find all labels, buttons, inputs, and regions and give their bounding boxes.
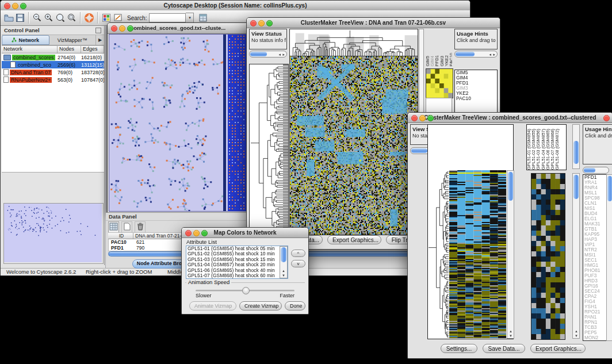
zoom-out-icon[interactable] <box>32 12 43 24</box>
export-graphics-button[interactable]: Export Graphics... <box>530 344 586 353</box>
scroll-thumb[interactable] <box>573 175 579 199</box>
slider-thumb[interactable] <box>242 287 250 294</box>
help-lifesaver-icon[interactable] <box>83 12 95 24</box>
scroll-left-arrow[interactable]: ◂ <box>278 52 281 57</box>
minimize-button[interactable] <box>12 3 18 9</box>
labels-vscrollbar[interactable] <box>572 124 580 169</box>
vizmapper-grid-icon[interactable] <box>101 12 112 24</box>
zoom-button[interactable] <box>201 230 208 236</box>
scroll-thumb[interactable] <box>456 52 475 56</box>
scroll-right-arrow[interactable]: ▸ <box>282 52 285 57</box>
open-session-icon[interactable] <box>3 12 14 24</box>
scroll-up-arrow[interactable]: ▲ <box>282 269 285 273</box>
close-button[interactable] <box>250 20 257 26</box>
create-vizmap-button[interactable]: Create Vizmap <box>239 301 282 311</box>
main-title-bar[interactable]: Cytoscape Desktop (Session Name: collins… <box>1 1 470 11</box>
scroll-up-arrow[interactable]: ▲ <box>509 329 512 333</box>
zoom-vscrollbar[interactable]: ▲ ▼ <box>572 173 580 339</box>
scroll-thumb[interactable] <box>281 247 286 262</box>
scroll-left-arrow[interactable]: ◂ <box>489 52 491 57</box>
column-label[interactable]: PAC10 <box>449 53 452 66</box>
settings-button[interactable]: Settings... <box>441 344 477 353</box>
zoom-button[interactable] <box>20 3 26 9</box>
close-button[interactable] <box>411 115 418 121</box>
scroll-down-arrow[interactable]: ▼ <box>575 334 578 338</box>
network-table-row[interactable]: RNAPuberNov2+563(0)107847(0) <box>2 76 104 83</box>
minimize-button[interactable] <box>193 230 200 236</box>
close-button[interactable] <box>4 3 10 9</box>
export-graphics-button[interactable]: Export Graphics... <box>327 235 381 244</box>
tab-network[interactable]: Network <box>2 35 49 45</box>
minimize-button[interactable] <box>419 115 426 121</box>
scroll-up-arrow[interactable]: ▲ <box>575 329 578 333</box>
file-icon <box>3 69 9 75</box>
gene-label[interactable]: PAC10 <box>455 96 497 101</box>
scroll-thumb[interactable] <box>508 172 513 201</box>
control-panel-title: Control Panel <box>4 27 40 33</box>
row-dendrogram-canvas[interactable] <box>249 64 284 235</box>
treeview1-title-bar[interactable]: ClusterMaker TreeView : DNA and Tran 07-… <box>247 18 500 28</box>
tab-vizmapper[interactable]: VizMapper™ <box>49 35 96 45</box>
zoom-button[interactable] <box>427 115 434 121</box>
background-window-close-button[interactable] <box>603 115 610 121</box>
attribute-item[interactable]: GPL51-07 (GSM868) heat shock 60 min <box>186 273 288 278</box>
scroll-thumb[interactable] <box>573 141 579 164</box>
float-panel-icon[interactable] <box>95 28 101 33</box>
column-label[interactable]: GPL51-08 (GSM872) <box>555 129 560 170</box>
attribute-list[interactable]: GPL51-01 (GSM854) heat shock 05 minGPL51… <box>186 246 288 279</box>
speed-slider[interactable] <box>196 290 294 292</box>
scroll-down-arrow[interactable]: ▼ <box>282 274 285 277</box>
network-table-row[interactable]: DNA and Tran 07769(0)183728(0) <box>2 68 104 76</box>
network-overview-canvas[interactable] <box>4 204 102 262</box>
scroll-thumb[interactable] <box>250 52 267 56</box>
network-view-canvas[interactable] <box>109 34 248 212</box>
hints-scrollbar[interactable] <box>583 167 609 174</box>
zoom-heatmap-canvas[interactable] <box>426 68 453 98</box>
scroll-down-arrow[interactable]: ▼ <box>509 334 512 338</box>
scroll-right-arrow[interactable]: ▸ <box>493 52 495 57</box>
hints-scrollbar[interactable]: ◂ ▸ <box>454 51 498 58</box>
network-table-row[interactable]: combined_sco2569(6)13112(15) <box>2 61 104 68</box>
treeview2-title-bar[interactable]: ClusterMaker TreeView : combined_scores_… <box>408 113 612 123</box>
minimize-button[interactable] <box>119 25 125 32</box>
column-header-edges: Edges <box>81 46 104 53</box>
scroll-thumb[interactable] <box>607 176 612 201</box>
network-table-row[interactable]: combined_scores2764(0)16218(0) <box>2 53 104 61</box>
list-vscrollbar[interactable] <box>606 174 612 341</box>
save-session-icon[interactable] <box>14 12 26 24</box>
column-dendrogram-canvas[interactable] <box>289 29 418 56</box>
network-table-icon[interactable] <box>197 12 209 24</box>
done-button[interactable]: Done <box>285 301 305 311</box>
search-dropdown-arrow[interactable]: ▾ <box>186 13 194 23</box>
scroll-thumb[interactable] <box>411 148 427 153</box>
search-input[interactable] <box>149 13 186 22</box>
zoom-in-icon[interactable] <box>43 12 55 24</box>
global-heatmap-canvas[interactable] <box>449 170 506 339</box>
global-heatmap-canvas[interactable] <box>289 56 418 235</box>
scroll-thumb[interactable] <box>584 168 595 173</box>
network-overview-panel[interactable] <box>3 203 104 264</box>
animate-vizmap-button[interactable]: Animate Vizmap <box>189 301 236 311</box>
annotation-icon[interactable] <box>112 12 124 24</box>
zoom-heatmap-canvas[interactable] <box>531 173 565 340</box>
move-up-button[interactable]: ^ <box>291 250 305 257</box>
save-data-button[interactable]: Save Data... <box>483 344 525 353</box>
attribute-list-scrollbar[interactable]: ▲ ▼ <box>280 246 288 278</box>
minimize-button[interactable] <box>258 20 265 26</box>
zoom-fit-icon[interactable] <box>55 12 66 24</box>
move-down-button[interactable]: v <box>291 260 305 267</box>
zoom-button[interactable] <box>266 20 273 26</box>
network-view-title-bar[interactable]: combined_scores_good.txt--cluste... <box>108 23 248 34</box>
global-vscrollbar[interactable]: ▲ ▼ <box>507 170 514 339</box>
close-button[interactable] <box>111 25 117 32</box>
zoom-selected-region-icon[interactable] <box>66 12 78 24</box>
row-dendrogram-canvas[interactable] <box>428 170 449 339</box>
view-status-scrollbar[interactable]: ◂ ▸ <box>249 51 287 58</box>
treeview-window-combined: ClusterMaker TreeView : combined_scores_… <box>407 112 612 359</box>
gene-label[interactable]: MON2 <box>583 335 606 340</box>
close-button[interactable] <box>185 230 192 236</box>
zoom-button[interactable] <box>127 25 133 32</box>
column-labels: GIM5GIM4PFD1GIM3YKE2PAC10 <box>426 29 452 66</box>
tab-overflow-arrow[interactable]: ▶ <box>95 35 104 45</box>
dialog-title-bar[interactable]: Map Colors to Network <box>182 228 308 238</box>
